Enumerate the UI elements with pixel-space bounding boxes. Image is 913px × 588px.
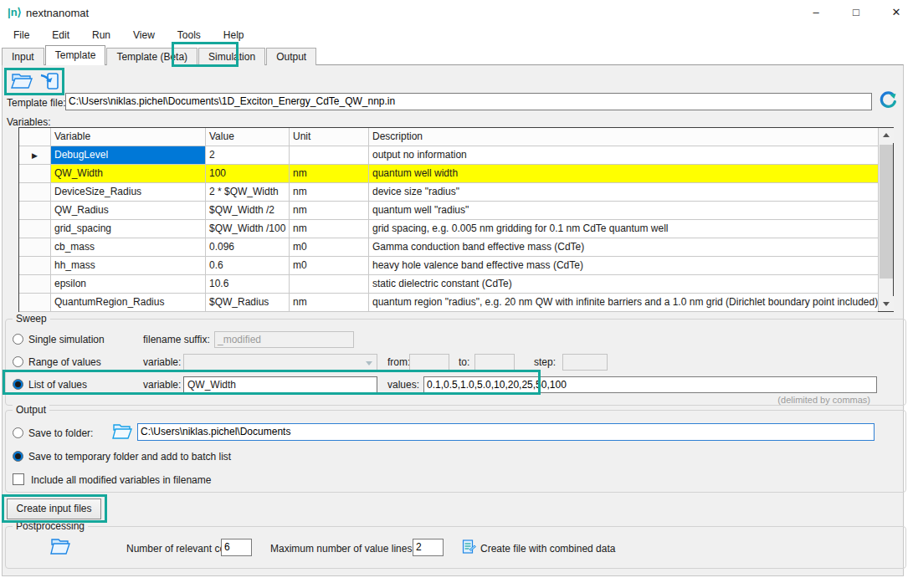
row-selector[interactable]	[19, 220, 51, 238]
row-selector[interactable]	[19, 183, 51, 202]
include-variables-checkbox[interactable]	[13, 473, 24, 485]
cell-value[interactable]: $QW_Radius	[206, 294, 290, 312]
tab-template-beta[interactable]: Template (Beta)	[106, 48, 197, 65]
combined-data-button[interactable]	[462, 539, 476, 554]
list-of-values-radio[interactable]	[13, 379, 23, 390]
browse-folder-button[interactable]	[111, 422, 133, 441]
cell-description[interactable]: quantum region "radius", e.g. 20 nm QW w…	[369, 294, 878, 312]
cell-value[interactable]: $QW_Width /2	[206, 202, 290, 220]
output-folder-input[interactable]: C:\Users\niklas.pichel\Documents	[137, 423, 875, 441]
from-input[interactable]	[409, 354, 449, 371]
postprocessing-folder-button[interactable]	[49, 536, 71, 556]
row-selector[interactable]	[19, 238, 51, 257]
cell-description[interactable]: static dielectric constant (CdTe)	[369, 275, 878, 294]
menu-edit[interactable]: Edit	[52, 27, 80, 44]
to-input[interactable]	[474, 354, 515, 371]
tab-simulation[interactable]: Simulation	[198, 48, 265, 65]
scroll-down-icon[interactable]	[879, 296, 894, 311]
col-header-variable[interactable]: Variable	[51, 128, 206, 146]
cell-unit[interactable]: nm	[290, 165, 369, 183]
cell-description[interactable]: grid spacing, e.g. 0.005 nm gridding for…	[369, 220, 878, 238]
cell-value[interactable]: $QW_Width /100	[206, 220, 290, 238]
cell-value[interactable]: 0.096	[206, 238, 290, 257]
cell-unit[interactable]	[290, 275, 369, 294]
cell-value[interactable]: 10.6	[206, 275, 290, 294]
table-header-row: Variable Value Unit Description	[19, 128, 893, 146]
minimize-button[interactable]: –	[802, 3, 830, 23]
menu-view[interactable]: View	[133, 27, 165, 44]
col-header-value[interactable]: Value	[206, 128, 290, 146]
cell-variable[interactable]: DeviceSize_Radius	[51, 183, 206, 202]
include-variables-label: Include all modified variables in filena…	[31, 474, 211, 486]
open-template-button[interactable]	[10, 71, 33, 91]
table-scrollbar[interactable]	[878, 128, 893, 311]
create-input-files-button[interactable]: Create input files	[7, 499, 101, 519]
cell-unit[interactable]: nm	[290, 220, 369, 238]
row-selector[interactable]	[19, 257, 51, 275]
menu-file[interactable]: File	[13, 27, 39, 44]
menu-help[interactable]: Help	[223, 27, 254, 44]
scroll-up-icon[interactable]	[879, 128, 894, 143]
values-input[interactable]: 0.1,0.5,1.0,5.0,10,20,25,50,100	[423, 376, 877, 393]
reload-template-button[interactable]	[878, 90, 898, 110]
template-file-input[interactable]: C:\Users\niklas.pichel\Documents\1D_Exci…	[65, 93, 872, 110]
filename-suffix-input[interactable]: _modified	[214, 331, 354, 348]
cell-variable[interactable]: DebugLevel	[51, 146, 206, 165]
cell-variable[interactable]: grid_spacing	[51, 220, 206, 238]
range-of-values-radio[interactable]	[13, 356, 23, 367]
tab-output[interactable]: Output	[266, 48, 316, 65]
value-lines-input[interactable]: 2	[413, 539, 444, 556]
cell-value[interactable]: 2 * $QW_Width	[206, 183, 290, 202]
row-selector[interactable]	[19, 275, 51, 294]
cell-value[interactable]: 2	[206, 146, 290, 165]
values-hint: (delimited by commas)	[777, 395, 870, 405]
cell-unit[interactable]: m0	[290, 238, 369, 257]
cell-unit[interactable]	[290, 146, 369, 165]
cell-variable[interactable]: epsilon	[51, 275, 206, 294]
scrollbar-thumb[interactable]	[880, 145, 893, 279]
col-header-unit[interactable]: Unit	[290, 128, 369, 146]
save-temp-radio[interactable]	[13, 451, 23, 462]
cell-description[interactable]: quantum well "radius"	[369, 202, 878, 220]
maximize-button[interactable]: □	[842, 3, 870, 23]
cell-value[interactable]: 100	[206, 165, 290, 183]
table-row: grid_spacing $QW_Width /100 nm grid spac…	[19, 220, 893, 238]
row-selector[interactable]	[19, 202, 51, 220]
cell-unit[interactable]: nm	[290, 294, 369, 312]
filename-suffix-label: filename suffix:	[143, 334, 210, 345]
cell-variable[interactable]: QW_Radius	[51, 202, 206, 220]
cell-variable[interactable]: QuantumRegion_Radius	[51, 294, 206, 312]
cell-variable[interactable]: QW_Width	[51, 165, 206, 183]
cell-unit[interactable]: m0	[290, 257, 369, 275]
transfer-to-input-button[interactable]	[38, 71, 59, 91]
refresh-icon	[878, 90, 898, 110]
cell-description[interactable]: device size "radius"	[369, 183, 878, 202]
save-to-folder-radio[interactable]	[13, 427, 23, 438]
cell-description[interactable]: Gamma conduction band effective mass (Cd…	[369, 238, 878, 257]
menu-run[interactable]: Run	[92, 27, 121, 44]
cell-description[interactable]: output no information	[369, 146, 878, 165]
cell-description[interactable]: heavy hole valence band effective mass (…	[369, 257, 878, 275]
range-variable-select[interactable]	[183, 354, 377, 371]
relevant-column-input[interactable]: 6	[221, 539, 252, 556]
from-label: from:	[387, 356, 410, 368]
tab-template[interactable]: Template	[45, 45, 106, 65]
menu-tools[interactable]: Tools	[177, 27, 211, 44]
cell-description[interactable]: quantum well width	[369, 165, 878, 183]
close-button[interactable]: ✕	[882, 3, 910, 23]
row-selector[interactable]	[19, 294, 51, 312]
combined-file-icon	[462, 539, 476, 554]
cell-variable[interactable]: hh_mass	[51, 257, 206, 275]
list-variable-select[interactable]: QW_Width	[183, 376, 377, 394]
cell-unit[interactable]: nm	[290, 202, 369, 220]
cell-unit[interactable]: nm	[290, 183, 369, 202]
tab-input[interactable]: Input	[2, 48, 44, 65]
combined-data-label[interactable]: Create file with combined data	[480, 543, 615, 555]
row-selector[interactable]	[19, 165, 51, 183]
row-selector[interactable]: ▶	[19, 146, 51, 165]
single-simulation-radio[interactable]	[13, 334, 23, 345]
cell-variable[interactable]: cb_mass	[51, 238, 206, 257]
col-header-description[interactable]: Description	[369, 128, 878, 146]
cell-value[interactable]: 0.6	[206, 257, 290, 275]
step-input[interactable]	[562, 354, 608, 371]
